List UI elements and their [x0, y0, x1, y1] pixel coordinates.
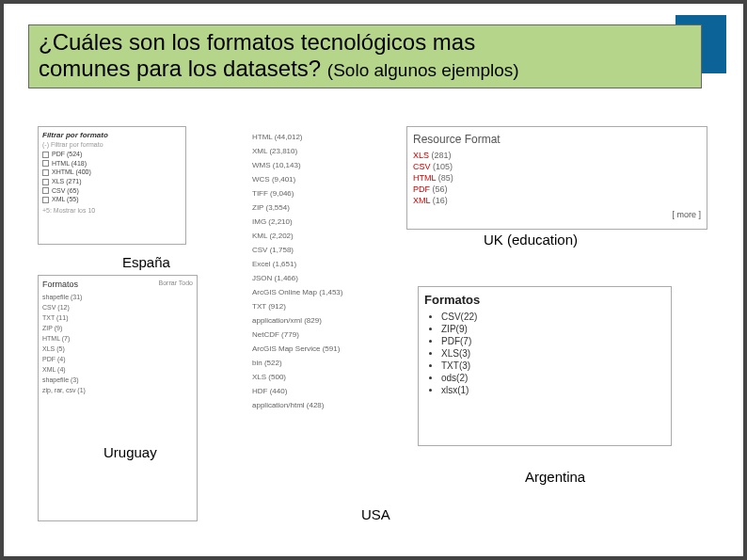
list-item[interactable]: HTML (7)	[42, 333, 193, 344]
list-item[interactable]: WMS (10,143)	[252, 158, 388, 172]
list-item[interactable]: HTML (44,012)	[252, 130, 388, 144]
argentina-list: CSV(22)ZIP(9)PDF(7)XLS(3)TXT(3)ods(2)xls…	[441, 311, 665, 396]
uk-list: XLS (281)CSV (105)HTML (85)PDF (56)XML (…	[413, 150, 701, 206]
list-item[interactable]: zip, rar, csv (1)	[42, 385, 193, 395]
list-item[interactable]: ZIP(9)	[441, 323, 665, 335]
list-item[interactable]: HTML (85)	[413, 172, 701, 184]
label-usa: USA	[361, 506, 390, 522]
uk-more[interactable]: [ more ]	[413, 210, 701, 219]
spain-more[interactable]: +5: Mostrar los 10	[42, 207, 182, 214]
uruguay-list: shapefile (31)CSV (12)TXT (11)ZIP (9)HTM…	[42, 292, 193, 395]
list-item[interactable]: CSV (1,758)	[252, 243, 388, 257]
title-line1: ¿Cuáles son los formatos tecnológicos ma…	[39, 29, 691, 56]
list-item[interactable]: PDF(7)	[441, 335, 665, 347]
list-item[interactable]: HTML (418)	[42, 159, 182, 168]
list-item[interactable]: HDF (440)	[252, 384, 388, 398]
list-item[interactable]: CSV(22)	[441, 311, 665, 323]
list-item[interactable]: application/xml (829)	[252, 313, 388, 328]
list-item[interactable]: shapefile (31)	[42, 292, 193, 302]
panel-spain: Filtrar por formato (-) Filtrar por form…	[38, 126, 186, 245]
panel-uk: Resource Format XLS (281)CSV (105)HTML (…	[406, 126, 707, 230]
list-item[interactable]: TXT (912)	[252, 299, 388, 313]
list-item[interactable]: TIFF (9,046)	[252, 186, 388, 200]
list-item[interactable]: PDF (56)	[413, 184, 701, 195]
label-uruguay: Uruguay	[103, 444, 157, 460]
panel-usa: HTML (44,012)XML (23,810)WMS (10,143)WCS…	[248, 126, 391, 520]
panel-argentina: Formatos CSV(22)ZIP(9)PDF(7)XLS(3)TXT(3)…	[418, 286, 672, 446]
argentina-header: Formatos	[424, 293, 665, 307]
list-item[interactable]: XLS (271)	[42, 177, 182, 186]
panel-uruguay: FormatosBorrar Todo shapefile (31)CSV (1…	[38, 275, 198, 521]
list-item[interactable]: Excel (1,651)	[252, 257, 388, 271]
list-item[interactable]: TXT (11)	[42, 312, 193, 323]
list-item[interactable]: XLS (5)	[42, 344, 193, 354]
uruguay-header: Formatos	[42, 280, 78, 289]
list-item[interactable]: CSV (12)	[42, 302, 193, 312]
list-item[interactable]: ArcGIS Map Service (591)	[252, 342, 388, 356]
uruguay-clear[interactable]: Borrar Todo	[159, 280, 193, 286]
list-item[interactable]: ZIP (3,554)	[252, 200, 388, 215]
list-item[interactable]: xlsx(1)	[441, 384, 665, 396]
spain-list: PDF (524)HTML (418)XHTML (400)XLS (271)C…	[42, 150, 182, 204]
list-item[interactable]: WCS (9,401)	[252, 172, 388, 186]
list-item[interactable]: XML (23,810)	[252, 144, 388, 158]
spain-toggle[interactable]: (-) Filtrar por formato	[42, 141, 182, 148]
list-item[interactable]: TXT(3)	[441, 360, 665, 372]
list-item[interactable]: CSV (65)	[42, 186, 182, 196]
list-item[interactable]: ZIP (9)	[42, 323, 193, 333]
title-line2: comunes para los datasets? (Solo algunos…	[39, 56, 691, 82]
label-spain: España	[122, 254, 170, 270]
list-item[interactable]: CSV (105)	[413, 161, 701, 172]
list-item[interactable]: shapefile (3)	[42, 375, 193, 385]
list-item[interactable]: KML (2,202)	[252, 229, 388, 243]
list-item[interactable]: PDF (524)	[42, 150, 182, 159]
list-item[interactable]: JSON (1,466)	[252, 271, 388, 285]
list-item[interactable]: XML (4)	[42, 364, 193, 375]
usa-list: HTML (44,012)XML (23,810)WMS (10,143)WCS…	[252, 130, 388, 412]
list-item[interactable]: XML (16)	[413, 195, 701, 206]
list-item[interactable]: bin (522)	[252, 356, 388, 370]
list-item[interactable]: XLS (281)	[413, 150, 701, 161]
list-item[interactable]: XML (55)	[42, 195, 182, 204]
uk-header: Resource Format	[413, 133, 701, 146]
list-item[interactable]: XLS(3)	[441, 347, 665, 360]
list-item[interactable]: ArcGIS Online Map (1,453)	[252, 285, 388, 299]
list-item[interactable]: IMG (2,210)	[252, 215, 388, 229]
title-box: ¿Cuáles son los formatos tecnológicos ma…	[28, 24, 702, 88]
label-argentina: Argentina	[525, 469, 585, 485]
list-item[interactable]: ods(2)	[441, 372, 665, 384]
spain-header: Filtrar por formato	[42, 131, 182, 139]
list-item[interactable]: NetCDF (779)	[252, 328, 388, 342]
label-uk: UK (education)	[484, 232, 578, 248]
list-item[interactable]: PDF (4)	[42, 354, 193, 364]
list-item[interactable]: XLS (500)	[252, 370, 388, 384]
list-item[interactable]: application/html (428)	[252, 398, 388, 412]
list-item[interactable]: XHTML (400)	[42, 168, 182, 177]
